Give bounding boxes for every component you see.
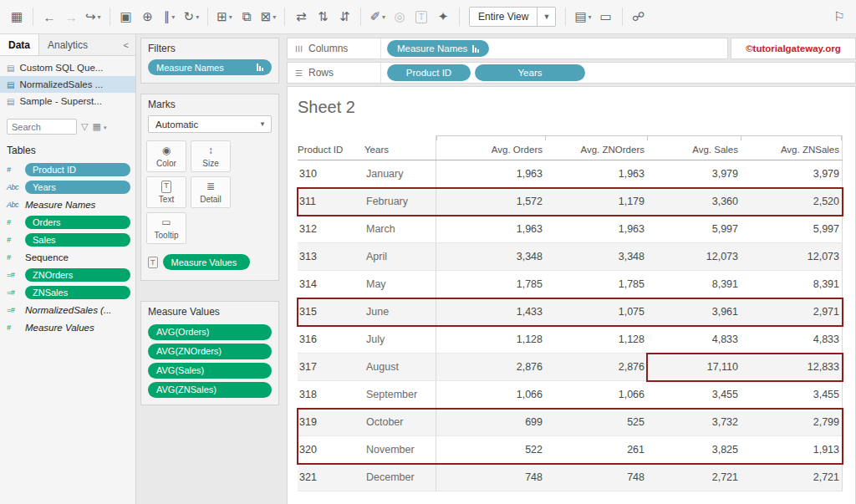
table-cell[interactable]: 1,963	[436, 216, 545, 242]
table-cell[interactable]: 748	[436, 464, 545, 491]
table-cell[interactable]: 1,433	[436, 298, 545, 325]
save-icon[interactable]: ▣	[116, 6, 136, 28]
view-fit-select[interactable]: Entire View▼	[469, 7, 556, 27]
table-cell[interactable]: 748	[545, 464, 647, 491]
table-cell[interactable]: 319	[298, 409, 364, 435]
sort-ascending-icon[interactable]: ⇅	[313, 6, 333, 28]
table-cell[interactable]: 8,391	[647, 271, 741, 298]
table-cell[interactable]: 12,833	[741, 354, 843, 380]
table-cell[interactable]: 3,732	[647, 409, 741, 435]
table-cell[interactable]: January	[364, 160, 436, 187]
field-pill-orders[interactable]: Orders	[25, 216, 130, 229]
column-header-avg-znorders[interactable]: Avg. ZNOrders	[545, 135, 647, 160]
table-cell[interactable]: 2,971	[741, 298, 843, 325]
column-header-years[interactable]: Years	[364, 135, 436, 160]
table-cell[interactable]: 12,073	[647, 243, 741, 270]
size-button[interactable]: ↕Size	[191, 140, 231, 172]
column-header-avg-sales[interactable]: Avg. Sales	[647, 135, 741, 160]
table-cell[interactable]: 318	[298, 381, 364, 408]
shelf-pill-years[interactable]: Years	[475, 64, 585, 81]
columns-shelf[interactable]: ☰ Columns Measure Names	[287, 38, 728, 59]
sheet-title[interactable]: Sheet 2	[288, 87, 855, 117]
pause-updates-icon[interactable]: ∥▾	[160, 6, 180, 28]
table-cell[interactable]: 1,572	[436, 188, 545, 215]
table-cell[interactable]: 3,961	[647, 298, 741, 325]
table-cell[interactable]: 1,075	[545, 298, 647, 325]
field-years[interactable]: AbcYears	[0, 178, 135, 196]
table-cell[interactable]: 522	[436, 436, 545, 463]
table-cell[interactable]: 3,979	[741, 160, 843, 187]
measure-value-pill-avg-znorders[interactable]: AVG(ZNOrders)	[148, 344, 272, 359]
field-measure-names[interactable]: AbcMeasure Names	[0, 196, 135, 213]
table-cell[interactable]: 3,455	[647, 381, 741, 408]
redo-icon[interactable]: ↪▾	[83, 6, 104, 28]
table-cell[interactable]: 5,997	[647, 216, 741, 242]
table-cell[interactable]: 3,979	[647, 160, 741, 187]
shelf-pill-measure-names[interactable]: Measure Names	[387, 40, 489, 57]
highlight-icon[interactable]: ✐▾	[367, 6, 388, 28]
table-cell[interactable]: 1,179	[545, 188, 647, 215]
datasource-item-custom-sql-que[interactable]: ▤Custom SQL Que...	[0, 59, 135, 76]
text-button[interactable]: TText	[146, 176, 186, 208]
table-cell[interactable]: 2,520	[741, 188, 843, 215]
table-cell[interactable]: 315	[298, 298, 364, 325]
table-cell[interactable]: 317	[298, 354, 364, 380]
table-cell[interactable]: 2,876	[545, 354, 647, 380]
table-cell[interactable]: 314	[298, 271, 364, 298]
swap-axes-icon[interactable]: ⇄	[291, 6, 311, 28]
measure-value-pill-avg-znsales[interactable]: AVG(ZNSales)	[148, 382, 272, 398]
show-mark-labels-icon[interactable]: T	[411, 6, 431, 28]
datasource-item-sample-superst[interactable]: ▤Sample - Superst...	[0, 93, 135, 109]
field-measure-values[interactable]: #Measure Values	[0, 318, 135, 336]
table-cell[interactable]: October	[364, 409, 436, 435]
table-cell[interactable]: 699	[436, 409, 545, 435]
filter-fields-icon[interactable]: ▽	[81, 121, 88, 132]
fix-axes-icon[interactable]: ✦	[433, 6, 453, 28]
table-cell[interactable]: April	[364, 243, 436, 270]
table-cell[interactable]: 2,876	[436, 354, 545, 380]
table-cell[interactable]: 4,833	[741, 326, 843, 353]
datasource-item-normalizedsales[interactable]: ▤NormalizedSales ...	[0, 76, 135, 93]
table-cell[interactable]: 311	[298, 188, 364, 215]
table-cell[interactable]: 3,348	[545, 243, 647, 270]
tooltip-button[interactable]: ▭Tooltip	[146, 212, 186, 244]
add-datasource-icon[interactable]: ⊕	[138, 6, 158, 28]
table-cell[interactable]: August	[364, 354, 436, 380]
table-cell[interactable]: 2,721	[647, 464, 741, 491]
tab-data[interactable]: Data	[0, 34, 39, 55]
view-options-icon[interactable]: ▦ ▾	[92, 121, 106, 132]
table-cell[interactable]: 1,128	[545, 326, 647, 353]
table-cell[interactable]: 1,066	[436, 381, 545, 408]
table-cell[interactable]: September	[364, 381, 436, 408]
table-cell[interactable]: 8,391	[741, 271, 843, 298]
group-members-icon[interactable]: ◎	[390, 6, 410, 28]
table-cell[interactable]: 5,997	[741, 216, 843, 242]
measure-value-pill-avg-sales[interactable]: AVG(Sales)	[148, 363, 272, 379]
table-cell[interactable]: December	[364, 464, 436, 491]
field-pill-product-id[interactable]: Product ID	[25, 163, 130, 176]
table-cell[interactable]: 310	[298, 160, 364, 187]
table-cell[interactable]: 4,833	[647, 326, 741, 353]
column-header-product-id[interactable]: Product ID	[298, 135, 364, 160]
field-sequence[interactable]: #Sequence	[0, 248, 135, 266]
color-button[interactable]: ◉Color	[146, 140, 186, 172]
table-cell[interactable]: 321	[298, 464, 364, 491]
table-cell[interactable]: 1,963	[545, 160, 647, 187]
filter-pill-measure-names[interactable]: Measure Names	[148, 59, 272, 75]
field-pill-znsales[interactable]: ZNSales	[25, 286, 130, 299]
table-cell[interactable]: 1,785	[545, 271, 647, 298]
clear-sheet-icon[interactable]: ⊠▾	[258, 6, 279, 28]
table-cell[interactable]: 1,963	[545, 216, 647, 242]
field-znorders[interactable]: =#ZNOrders	[0, 266, 135, 283]
shelf-pill-product-id[interactable]: Product ID	[387, 64, 471, 81]
app-grid-icon[interactable]: ▦	[7, 6, 27, 28]
detail-button[interactable]: ≣Detail	[191, 176, 231, 208]
table-cell[interactable]: 316	[298, 326, 364, 353]
new-worksheet-icon[interactable]: ⊞▾	[214, 6, 235, 28]
measure-value-pill-avg-orders[interactable]: AVG(Orders)	[148, 324, 272, 340]
table-cell[interactable]: 320	[298, 436, 364, 463]
show-me-icon[interactable]: ⚐	[829, 6, 849, 28]
table-cell[interactable]: 525	[545, 409, 647, 435]
table-cell[interactable]: 2,721	[741, 464, 843, 491]
collapse-pane-icon[interactable]: <	[117, 40, 135, 50]
